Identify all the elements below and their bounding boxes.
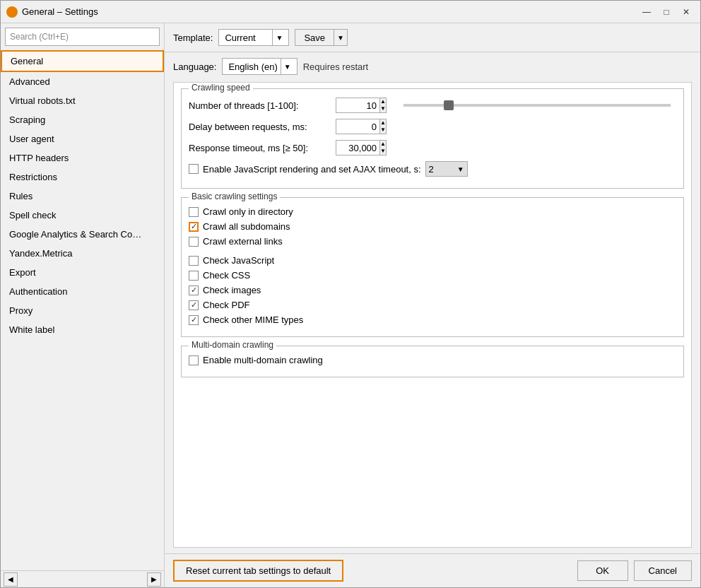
check-pdf-checkbox[interactable]: ✓ xyxy=(189,300,199,310)
crawl-directory-row: Crawl only in directory xyxy=(189,206,676,217)
check-mime-checkmark: ✓ xyxy=(191,315,197,324)
js-rendering-row: Enable JavaScript rendering and set AJAX… xyxy=(189,161,676,177)
sidebar-item-scraping[interactable]: Scraping xyxy=(1,110,164,129)
crawl-directory-checkbox[interactable] xyxy=(189,207,199,217)
check-pdf-label: Check PDF xyxy=(203,300,249,310)
crawl-subdomains-row: ✓ Crawl all subdomains xyxy=(189,221,676,232)
check-mime-checkbox[interactable]: ✓ xyxy=(189,315,199,325)
basic-crawling-group: Basic crawling settings Crawl only in di… xyxy=(181,197,684,337)
crawling-speed-group: Crawling speed Number of threads [1-100]… xyxy=(181,88,684,189)
enable-multi-domain-label: Enable multi-domain crawling xyxy=(203,355,323,365)
check-js-row: Check JavaScript xyxy=(189,255,676,266)
check-images-label: Check images xyxy=(203,285,261,295)
crawl-external-row: Crawl external links xyxy=(189,236,676,247)
window-title: General – Settings xyxy=(22,6,638,17)
crawl-subdomains-checkmark: ✓ xyxy=(191,222,197,231)
main-content: Search (Ctrl+E) General Advanced Virtual… xyxy=(1,23,700,587)
delay-spinbox[interactable]: 0 ▲ ▼ xyxy=(336,119,387,134)
content-area: Language: English (en) ▼ Requires restar… xyxy=(165,52,700,553)
basic-crawling-label: Basic crawling settings xyxy=(189,192,280,201)
check-css-label: Check CSS xyxy=(203,270,250,281)
title-bar: General – Settings — □ ✕ xyxy=(1,1,700,23)
language-dropdown[interactable]: English (en) ▼ xyxy=(222,58,297,75)
timeout-row: Response timeout, ms [≥ 50]: 30,000 ▲ ▼ xyxy=(189,140,676,155)
sidebar-item-proxy[interactable]: Proxy xyxy=(1,301,164,320)
delay-label: Delay between requests, ms: xyxy=(189,122,330,132)
delay-down[interactable]: ▼ xyxy=(380,127,386,134)
bottom-bar: Reset current tab settings to default OK… xyxy=(165,553,700,587)
sidebar-item-user-agent[interactable]: User agent xyxy=(1,129,164,148)
sidebar-item-advanced[interactable]: Advanced xyxy=(1,72,164,91)
crawl-subdomains-checkbox[interactable]: ✓ xyxy=(189,222,199,232)
check-css-checkbox[interactable] xyxy=(189,271,199,281)
sidebar-item-export[interactable]: Export xyxy=(1,263,164,282)
sidebar-item-yandex[interactable]: Yandex.Metrica xyxy=(1,244,164,263)
save-dropdown-arrow[interactable]: ▼ xyxy=(334,29,348,46)
template-label: Template: xyxy=(173,33,213,43)
enable-multi-domain-checkbox[interactable] xyxy=(189,355,199,365)
main-window: General – Settings — □ ✕ Search (Ctrl+E)… xyxy=(0,0,701,588)
bottom-right: OK Cancel xyxy=(577,560,692,581)
check-js-label: Check JavaScript xyxy=(203,255,274,266)
template-dropdown-arrow: ▼ xyxy=(272,30,285,45)
check-pdf-row: ✓ Check PDF xyxy=(189,300,676,310)
timeout-up[interactable]: ▲ xyxy=(380,141,386,148)
threads-spinbox[interactable]: 10 ▲ ▼ xyxy=(336,98,387,113)
sidebar-item-spell-check[interactable]: Spell check xyxy=(1,206,164,225)
threads-row: Number of threads [1-100]: 10 ▲ ▼ xyxy=(189,98,676,113)
check-images-checkmark: ✓ xyxy=(191,286,197,295)
timeout-down[interactable]: ▼ xyxy=(380,148,386,155)
sidebar-items: General Advanced Virtual robots.txt Scra… xyxy=(1,50,164,570)
sidebar: Search (Ctrl+E) General Advanced Virtual… xyxy=(1,23,165,587)
sidebar-bottom: ◀ ▶ xyxy=(1,570,164,587)
language-label: Language: xyxy=(173,61,216,72)
check-images-checkbox[interactable]: ✓ xyxy=(189,286,199,295)
timeout-label: Response timeout, ms [≥ 50]: xyxy=(189,143,330,153)
check-mime-label: Check other MIME types xyxy=(203,314,303,325)
sidebar-item-rules[interactable]: Rules xyxy=(1,187,164,206)
sidebar-item-white-label[interactable]: White label xyxy=(1,320,164,339)
reset-button[interactable]: Reset current tab settings to default xyxy=(173,560,343,582)
delay-row: Delay between requests, ms: 0 ▲ ▼ xyxy=(189,119,676,134)
language-dropdown-arrow: ▼ xyxy=(281,59,294,74)
check-js-checkbox[interactable] xyxy=(189,256,199,266)
minimize-button[interactable]: — xyxy=(638,4,655,20)
crawl-external-label: Crawl external links xyxy=(203,236,283,247)
sidebar-item-google-analytics[interactable]: Google Analytics & Search Co… xyxy=(1,225,164,244)
threads-slider-thumb[interactable] xyxy=(444,100,454,110)
timeout-spinbox[interactable]: 30,000 ▲ ▼ xyxy=(336,140,387,155)
template-dropdown[interactable]: Current ▼ xyxy=(218,29,289,46)
sidebar-item-authentication[interactable]: Authentication xyxy=(1,282,164,301)
sidebar-item-virtual-robots[interactable]: Virtual robots.txt xyxy=(1,91,164,110)
ajax-dropdown[interactable]: 2 ▼ xyxy=(425,161,468,177)
crawl-external-checkbox[interactable] xyxy=(189,237,199,247)
js-rendering-label: Enable JavaScript rendering and set AJAX… xyxy=(203,164,421,175)
threads-up[interactable]: ▲ xyxy=(380,98,386,105)
sidebar-item-general[interactable]: General xyxy=(1,50,164,72)
multi-domain-label: Multi-domain crawling xyxy=(189,340,276,350)
check-mime-row: ✓ Check other MIME types xyxy=(189,314,676,325)
sidebar-scroll-left[interactable]: ◀ xyxy=(4,572,18,587)
ok-button[interactable]: OK xyxy=(577,560,628,581)
search-input[interactable]: Search (Ctrl+E) xyxy=(5,28,160,46)
save-button[interactable]: Save xyxy=(295,29,334,46)
js-rendering-checkbox[interactable] xyxy=(189,164,199,174)
maximize-button[interactable]: □ xyxy=(658,4,675,20)
threads-down[interactable]: ▼ xyxy=(380,105,386,112)
multi-domain-group: Multi-domain crawling Enable multi-domai… xyxy=(181,346,684,377)
cancel-button[interactable]: Cancel xyxy=(634,560,692,581)
scroll-inner: Crawling speed Number of threads [1-100]… xyxy=(174,83,691,392)
delay-up[interactable]: ▲ xyxy=(380,119,386,127)
sidebar-item-restrictions[interactable]: Restrictions xyxy=(1,167,164,187)
restart-note: Requires restart xyxy=(303,61,368,72)
crawling-speed-label: Crawling speed xyxy=(189,83,253,93)
window-controls: — □ ✕ xyxy=(638,4,695,20)
scroll-area[interactable]: Crawling speed Number of threads [1-100]… xyxy=(173,82,692,548)
check-images-row: ✓ Check images xyxy=(189,285,676,295)
right-panel: Template: Current ▼ Save ▼ Language: Eng… xyxy=(165,23,700,587)
crawl-subdomains-label: Crawl all subdomains xyxy=(203,221,290,232)
close-button[interactable]: ✕ xyxy=(678,4,695,20)
threads-label: Number of threads [1-100]: xyxy=(189,100,330,111)
sidebar-scroll-right[interactable]: ▶ xyxy=(147,572,161,587)
sidebar-item-http-headers[interactable]: HTTP headers xyxy=(1,148,164,167)
